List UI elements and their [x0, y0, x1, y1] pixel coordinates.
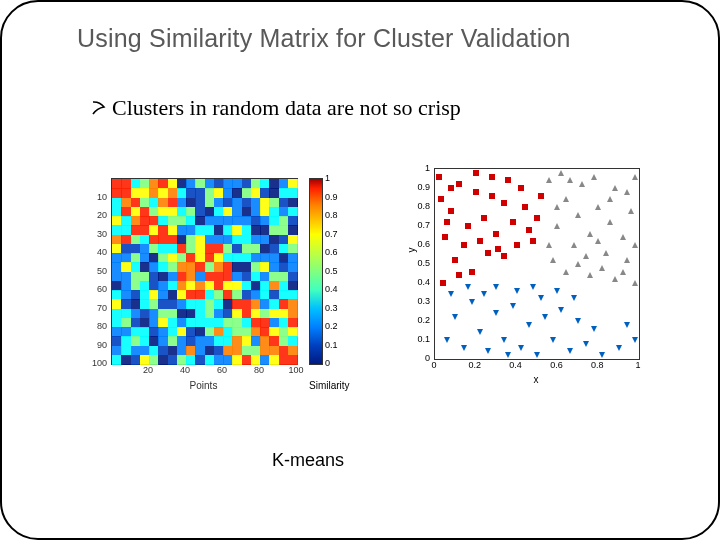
scatter-x-axis: 00.20.40.60.81 [434, 360, 638, 374]
colorbar [309, 178, 323, 365]
heatmap-y-axis: 102030405060708090100 [77, 178, 109, 363]
similarity-matrix-figure: 102030405060708090100 20406080100 Points… [77, 168, 347, 398]
colorbar-label: Similarity [309, 380, 350, 391]
colorbar-ticks: 00.10.20.30.40.50.60.70.80.91 [323, 178, 345, 363]
scatter-y-label: y [406, 248, 417, 253]
slide-title: Using Similarity Matrix for Cluster Vali… [77, 24, 571, 53]
bullet-text: Clusters in random data are not so crisp [112, 95, 461, 120]
heatmap-x-axis: 20406080100 [111, 365, 296, 379]
bullet-icon [90, 97, 108, 123]
scatter-x-label: x [434, 374, 638, 385]
slide: Using Similarity Matrix for Cluster Vali… [0, 0, 720, 540]
scatter-area [434, 168, 640, 360]
heatmap-area [111, 178, 298, 365]
bullet-item: Clusters in random data are not so crisp [90, 95, 461, 123]
scatter-y-axis: 00.10.20.30.40.50.60.70.80.91 [400, 168, 432, 358]
figure-caption: K-means [272, 450, 344, 471]
heatmap-x-label: Points [111, 380, 296, 391]
scatter-figure: 00.10.20.30.40.50.60.70.80.91 00.20.40.6… [400, 158, 658, 388]
